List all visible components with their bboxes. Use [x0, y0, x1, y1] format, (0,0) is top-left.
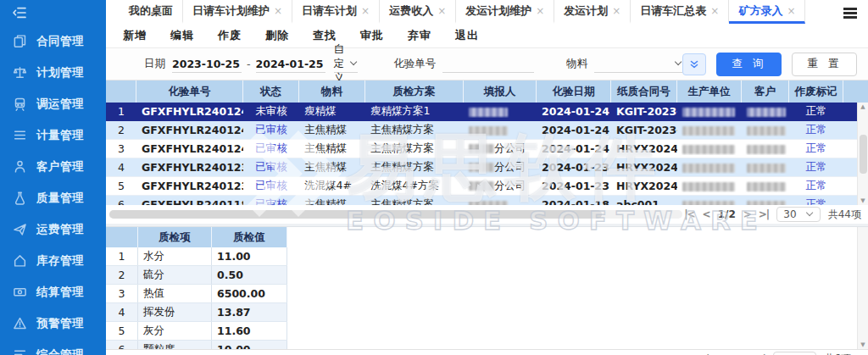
tab-close-icon[interactable]: × — [710, 5, 719, 17]
material-cell: 洗混煤4# — [299, 179, 365, 193]
table-row[interactable]: 3GFXFHYLR240124已审核主焦精煤主焦精煤方案分公司2024-01-2… — [106, 140, 868, 158]
table-row[interactable]: 4GFXFHYLR240123已审核主焦精煤主焦精煤方案分公司2024-01-2… — [106, 158, 868, 177]
tab-发运计划维护[interactable]: 发运计划维护× — [456, 0, 554, 24]
next-page-icon[interactable]: > — [743, 208, 751, 220]
contract-no-cell: KGIT-2023- — [611, 124, 677, 136]
tab-我的桌面[interactable]: 我的桌面 — [120, 0, 183, 24]
toolbar-button-退出[interactable]: 退出 — [455, 28, 479, 43]
column-header-作废标记[interactable]: 作废标记 — [789, 80, 843, 103]
toolbar-button-新增[interactable]: 新增 — [123, 28, 147, 43]
column-header-物料[interactable]: 物料 — [299, 80, 365, 103]
tab-overflow-menu-icon[interactable] — [843, 8, 857, 10]
tab-矿方录入[interactable]: 矿方录入× — [729, 0, 805, 24]
tab-label: 日请车计划 — [302, 3, 357, 19]
scroll-down-icon[interactable]: ▼ — [860, 197, 865, 204]
toolbar-button-弃审[interactable]: 弃审 — [408, 28, 431, 43]
detail-vertical-scrollbar[interactable]: ▼ — [857, 227, 868, 349]
sidebar-item-label: 计划管理 — [36, 65, 84, 80]
assay-no-cell: GFXFHYLR240124 — [136, 105, 243, 118]
detail-row[interactable]: 2硫分0.50 — [106, 266, 287, 285]
material-select[interactable] — [594, 56, 682, 73]
tab-日请车计划[interactable]: 日请车计划× — [292, 0, 380, 24]
app-window: 合同管理计划管理调运管理计量管理客户管理质量管理运费管理库存管理结算管理预警管理… — [0, 0, 868, 355]
reset-button[interactable]: 重 置 — [792, 53, 857, 76]
tab-close-icon[interactable]: × — [361, 5, 370, 17]
detail-row[interactable]: 4挥发份13.87 — [106, 303, 287, 322]
grid-vertical-scrollbar[interactable]: ▲ ▼ — [857, 103, 868, 205]
assay-no-cell: GFXFHYLR240118 — [136, 198, 243, 205]
customer-cell-redacted — [742, 198, 789, 205]
quality-value-cell: 11.00 — [212, 247, 287, 265]
tab-label: 发运计划维护 — [465, 3, 531, 19]
toolbar-button-审批[interactable]: 审批 — [360, 28, 384, 43]
detail-column-header-质检值[interactable]: 质检值 — [212, 227, 287, 247]
tab-close-icon[interactable]: × — [274, 5, 282, 17]
tab-close-icon[interactable]: × — [612, 5, 620, 17]
page-size-select[interactable]: 30 — [773, 352, 816, 355]
toolbar-button-编辑[interactable]: 编辑 — [170, 28, 194, 43]
assay-date-cell: 2024-01-18 — [537, 198, 611, 205]
tab-日请车计划维护[interactable]: 日请车计划维护× — [183, 0, 292, 24]
detail-column-header-质检项[interactable]: 质检项 — [138, 227, 212, 247]
alert-icon — [13, 316, 27, 330]
column-header-客户[interactable]: 客户 — [742, 80, 789, 103]
toolbar-button-作废[interactable]: 作废 — [218, 28, 242, 43]
column-header-填报人[interactable]: 填报人 — [464, 80, 537, 103]
detail-row[interactable]: 3热值6500.00 — [106, 285, 287, 303]
sidebar-item-预警管理[interactable]: 预警管理 — [0, 308, 106, 339]
toolbar-button-查找[interactable]: 查找 — [313, 28, 337, 43]
column-header-纸质合同号[interactable]: 纸质合同号 — [611, 80, 677, 103]
scrollbar-thumb[interactable] — [109, 210, 602, 219]
table-row[interactable]: 6GFXFHYLR240118已审核主焦精煤主焦精煤方案2024-01-18ab… — [106, 196, 868, 205]
detail-row[interactable]: 6颗粒度10.00 — [106, 341, 287, 349]
sidebar-item-调运管理[interactable]: 调运管理 — [0, 88, 106, 119]
sidebar-item-计划管理[interactable]: 计划管理 — [0, 57, 106, 88]
expand-filters-button[interactable] — [682, 53, 706, 75]
sidebar-item-综合管理[interactable]: 综合管理 — [0, 339, 106, 355]
table-row[interactable]: 5GFXFHYLR240123已审核洗混煤4#洗混煤4#方案分公司2024-01… — [106, 177, 868, 196]
detail-column-header-row-number[interactable] — [106, 227, 138, 247]
first-page-icon[interactable]: |< — [684, 208, 694, 220]
scroll-up-icon[interactable]: ▲ — [860, 103, 865, 110]
table-row[interactable]: 1GFXFHYLR240124未审核瘦精煤瘦精煤方案12024-01-24KGI… — [106, 103, 868, 121]
assay-no-input[interactable] — [442, 56, 534, 73]
column-header-化验单号[interactable]: 化验单号 — [136, 80, 243, 103]
detail-row[interactable]: 5灰分11.60 — [106, 322, 287, 341]
sidebar-item-质量管理[interactable]: 质量管理 — [0, 182, 106, 214]
misc-icon — [13, 347, 27, 355]
toolbar-button-删除[interactable]: 删除 — [265, 28, 289, 43]
redacted-text — [682, 182, 735, 191]
column-header-质检方案[interactable]: 质检方案 — [365, 80, 464, 103]
page-size-select[interactable]: 30 — [776, 207, 820, 222]
date-start-input[interactable] — [172, 56, 242, 73]
tab-运费收入[interactable]: 运费收入× — [380, 0, 456, 24]
column-header-生产单位[interactable]: 生产单位 — [677, 80, 742, 103]
sidebar-item-运费管理[interactable]: 运费管理 — [0, 214, 106, 245]
tab-发运计划[interactable]: 发运计划× — [554, 0, 631, 24]
sidebar-item-计量管理[interactable]: 计量管理 — [0, 119, 106, 151]
column-header-化验日期[interactable]: 化验日期 — [537, 80, 611, 103]
grid-horizontal-scrollbar[interactable] — [109, 210, 682, 219]
prev-page-icon[interactable]: < — [703, 208, 710, 220]
search-button[interactable]: 查 询 — [716, 53, 782, 76]
scroll-down-icon[interactable]: ▼ — [860, 341, 865, 348]
sidebar-item-结算管理[interactable]: 结算管理 — [0, 276, 106, 308]
tab-close-icon[interactable]: × — [536, 5, 544, 17]
detail-row[interactable]: 1水分11.00 — [106, 247, 287, 266]
table-row[interactable]: 2GFXFHYLR240124已审核主焦精煤主焦精煤方案2024-01-24KG… — [106, 121, 868, 140]
tab-close-icon[interactable]: × — [437, 5, 446, 17]
sidebar-item-客户管理[interactable]: 客户管理 — [0, 151, 106, 182]
sidebar-item-合同管理[interactable]: 合同管理 — [0, 25, 106, 57]
total-count: 共6项 — [824, 352, 851, 355]
column-header-row-number[interactable] — [106, 80, 136, 103]
last-page-icon[interactable]: >| — [759, 208, 769, 220]
tab-日请车汇总表[interactable]: 日请车汇总表× — [631, 0, 729, 24]
sidebar-item-库存管理[interactable]: 库存管理 — [0, 245, 106, 276]
date-end-input[interactable] — [256, 56, 326, 73]
scrollbar-thumb[interactable] — [860, 135, 867, 174]
column-header-状态[interactable]: 状态 — [243, 80, 299, 103]
date-mode-select[interactable]: 自定义 — [334, 56, 359, 73]
tab-close-icon[interactable]: × — [787, 5, 795, 17]
collapse-sidebar-icon[interactable] — [12, 5, 27, 20]
tab-bar: 我的桌面日请车计划维护×日请车计划×运费收入×发运计划维护×发运计划×日请车汇总… — [106, 0, 868, 24]
